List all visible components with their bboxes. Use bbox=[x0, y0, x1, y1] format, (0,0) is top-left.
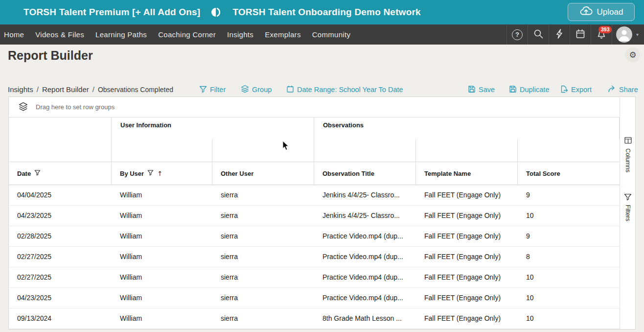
upload-button[interactable]: Upload bbox=[568, 3, 635, 21]
column-header-by-user[interactable]: By User ↑ bbox=[112, 162, 212, 185]
funnel-icon[interactable] bbox=[147, 169, 154, 177]
table-row[interactable]: 04/23/2025 William sierra Jenkins 4/4/25… bbox=[9, 206, 620, 226]
column-header-observation-title[interactable]: Observation Title bbox=[314, 162, 416, 185]
chevron-down-icon: ▾ bbox=[636, 32, 639, 37]
group-subcell bbox=[518, 140, 620, 162]
page-title: Report Builder bbox=[8, 48, 93, 63]
search-button[interactable] bbox=[528, 24, 549, 45]
account-menu-button[interactable]: ▾ bbox=[612, 24, 644, 45]
cell-observation-title: Practice Video.mp4 (dup... bbox=[314, 288, 416, 308]
cell-date: 02/27/2025 bbox=[9, 267, 112, 287]
layers-icon bbox=[241, 85, 249, 95]
cell-date: 04/23/2025 bbox=[9, 206, 112, 226]
cell-by-user: William bbox=[112, 185, 212, 205]
cloud-upload-icon bbox=[579, 5, 593, 19]
cell-total-score: 9 bbox=[518, 185, 620, 205]
cell-observation-title: Practice Video.mp4 (dup... bbox=[314, 247, 416, 267]
funnel-icon[interactable] bbox=[34, 169, 41, 177]
cell-other-user: sierra bbox=[212, 308, 314, 329]
breadcrumb-insights[interactable]: Insights bbox=[8, 85, 33, 94]
table-row[interactable]: 04/23/2025 William sierra Practice Video… bbox=[9, 288, 620, 308]
cell-template-name: Fall FEET (Engage Only) bbox=[416, 226, 518, 246]
duplicate-button[interactable]: Duplicate bbox=[509, 83, 549, 96]
quick-actions-button[interactable] bbox=[549, 24, 570, 45]
cell-by-user: William bbox=[112, 308, 212, 329]
nav-item-coaching-corner[interactable]: Coaching Corner bbox=[158, 30, 216, 39]
help-button[interactable]: ? bbox=[506, 24, 528, 45]
table-row[interactable]: 09/13/2024 William sierra 8th Grade Math… bbox=[9, 308, 620, 329]
cell-template-name: Fall FEET (Engage Only) bbox=[416, 308, 518, 329]
column-header-date[interactable]: Date bbox=[9, 162, 112, 185]
layers-icon bbox=[19, 102, 28, 113]
table-row[interactable]: 02/28/2025 William sierra Practice Video… bbox=[9, 226, 620, 247]
nav-item-videos-files[interactable]: Videos & Files bbox=[35, 30, 84, 39]
nav-item-learning-paths[interactable]: Learning Paths bbox=[95, 30, 147, 39]
avatar bbox=[616, 26, 632, 43]
tab-filters[interactable]: Filters bbox=[620, 193, 636, 221]
tab-filters-label: Filters bbox=[624, 205, 631, 221]
save-button[interactable]: Save bbox=[468, 83, 495, 96]
export-button-label: Export bbox=[571, 86, 592, 94]
breadcrumb: Insights/Report Builder/Observations Com… bbox=[8, 83, 173, 96]
cell-observation-title: 8th Grade Math Lesson ... bbox=[314, 308, 416, 329]
settings-button[interactable]: ⚙ bbox=[625, 47, 640, 62]
floppy-disk-icon bbox=[468, 85, 476, 95]
column-header-label: Other User bbox=[221, 170, 253, 177]
group-subcell bbox=[9, 140, 112, 162]
lightning-icon bbox=[554, 28, 564, 41]
cell-by-user: William bbox=[112, 267, 212, 287]
date-range-button[interactable]: Date Range: School Year To Date bbox=[286, 83, 403, 96]
toolbar-row: Insights/Report Builder/Observations Com… bbox=[0, 83, 644, 96]
column-header-other-user[interactable]: Other User bbox=[212, 162, 314, 185]
column-group-header: User Information Observations bbox=[9, 118, 620, 162]
cell-by-user: William bbox=[112, 206, 212, 226]
duplicate-button-label: Duplicate bbox=[520, 86, 549, 94]
share-button-label: Share bbox=[619, 86, 638, 94]
save-button-label: Save bbox=[479, 86, 495, 94]
group-header-label: Observations bbox=[314, 118, 619, 129]
group-header-observations: Observations bbox=[314, 118, 620, 140]
nav-item-insights[interactable]: Insights bbox=[227, 30, 253, 39]
gear-icon: ⚙ bbox=[629, 50, 636, 60]
cell-date: 02/28/2025 bbox=[9, 226, 112, 246]
torsh-logo-icon bbox=[211, 7, 222, 18]
row-group-drop-zone[interactable]: Drag here to set row groups bbox=[9, 97, 635, 118]
cell-observation-title: Practice Video.mp4 (dup... bbox=[314, 267, 416, 287]
table-row[interactable]: 02/27/2025 William sierra Practice Video… bbox=[9, 247, 620, 267]
cell-other-user: sierra bbox=[212, 288, 314, 308]
breadcrumb-report-builder[interactable]: Report Builder bbox=[42, 85, 89, 94]
nav-item-exemplars[interactable]: Exemplars bbox=[265, 30, 301, 39]
table-row[interactable]: 02/27/2025 William sierra Practice Video… bbox=[9, 267, 620, 288]
cell-other-user: sierra bbox=[212, 185, 314, 205]
cell-by-user: William bbox=[112, 226, 212, 246]
table-row[interactable]: 04/04/2025 William sierra Jenkins 4/4/25… bbox=[9, 185, 620, 206]
date-range-button-label: Date Range: School Year To Date bbox=[297, 86, 403, 94]
cell-total-score: 10 bbox=[518, 267, 620, 287]
share-button[interactable]: Share bbox=[608, 83, 638, 96]
breadcrumb-separator: / bbox=[89, 85, 98, 94]
export-button[interactable]: Export bbox=[560, 83, 592, 96]
table-body: 04/04/2025 William sierra Jenkins 4/4/25… bbox=[9, 185, 620, 329]
cell-by-user: William bbox=[112, 288, 212, 308]
group-button[interactable]: Group bbox=[241, 83, 272, 96]
column-header-label: Observation Title bbox=[322, 170, 374, 177]
nav-item-home[interactable]: Home bbox=[4, 30, 24, 39]
group-header-user-information: User Information bbox=[112, 118, 314, 140]
nav-item-community[interactable]: Community bbox=[312, 30, 351, 39]
tab-columns[interactable]: Columns bbox=[620, 136, 636, 172]
group-button-label: Group bbox=[252, 86, 272, 94]
column-header-label: By User bbox=[120, 170, 144, 177]
cell-total-score: 10 bbox=[518, 308, 620, 329]
calendar-button[interactable] bbox=[570, 24, 591, 45]
column-header-row: Date By User ↑ bbox=[9, 162, 620, 185]
upload-button-label: Upload bbox=[597, 7, 623, 17]
column-header-total-score[interactable]: Total Score bbox=[518, 162, 620, 185]
group-header-blank bbox=[9, 118, 112, 140]
column-header-label: Template Name bbox=[424, 170, 471, 177]
filter-button[interactable]: Filter bbox=[199, 83, 226, 96]
column-header-template-name[interactable]: Template Name bbox=[416, 162, 518, 185]
group-subcell bbox=[112, 140, 212, 162]
notifications-button[interactable]: 393 bbox=[591, 24, 612, 45]
report-grid: Drag here to set row groups User Informa… bbox=[9, 97, 635, 329]
cell-template-name: Fall FEET (Engage Only) bbox=[416, 185, 518, 205]
